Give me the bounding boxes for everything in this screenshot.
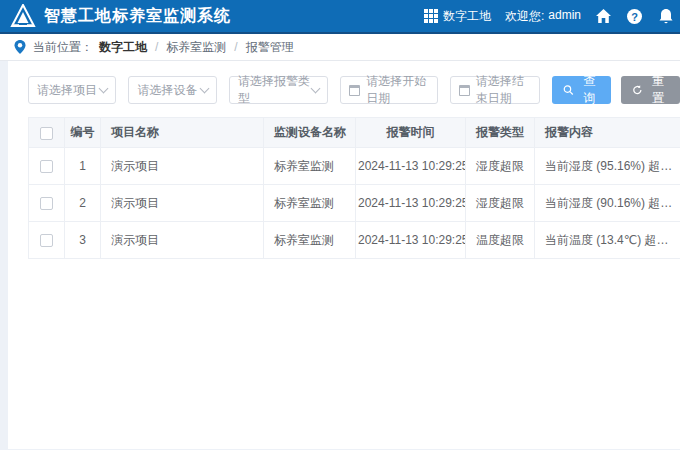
chevron-down-icon (99, 83, 109, 93)
cell-time: 2024-11-13 10:29:25 (356, 148, 466, 185)
end-date-input[interactable]: 请选择结束日期 (450, 76, 540, 104)
alarm-table: 编号 项目名称 监测设备名称 报警时间 报警类型 报警内容 1 演示项目 标养室… (28, 117, 680, 259)
col-header-project: 项目名称 (101, 118, 264, 148)
calendar-icon (349, 85, 360, 96)
username[interactable]: admin (548, 8, 581, 25)
cell-device: 标养室监测 (264, 148, 356, 185)
breadcrumb-separator: / (234, 40, 237, 54)
alarm-type-select[interactable]: 请选择报警类型 (229, 76, 328, 104)
portal-link[interactable]: 数字工地 (424, 8, 491, 25)
cell-project: 演示项目 (101, 222, 264, 259)
cell-no: 2 (65, 185, 101, 222)
calendar-icon (459, 85, 470, 96)
alarm-table-wrap: 编号 项目名称 监测设备名称 报警时间 报警类型 报警内容 1 演示项目 标养室… (28, 117, 680, 259)
welcome-label: 欢迎您: (505, 8, 544, 25)
breadcrumb-separator: / (155, 40, 158, 54)
breadcrumb-item-root[interactable]: 数字工地 (99, 39, 147, 56)
refresh-icon (632, 84, 643, 96)
cell-project: 演示项目 (101, 185, 264, 222)
query-button-label: 查询 (579, 73, 600, 107)
app-header: 智慧工地标养室监测系统 数字工地 欢迎您: admin ? (0, 0, 680, 34)
row-checkbox[interactable] (40, 234, 53, 247)
table-row[interactable]: 2 演示项目 标养室监测 2024-11-13 10:29:25 湿度超限 当前… (29, 185, 680, 222)
cell-project: 演示项目 (101, 148, 264, 185)
col-header-time: 报警时间 (356, 118, 466, 148)
app-title: 智慧工地标养室监测系统 (44, 6, 231, 27)
table-header-row: 编号 项目名称 监测设备名称 报警时间 报警类型 报警内容 (29, 118, 680, 148)
cell-content: 当前温度 (13.4℃) 超出控制值范围 (20... (535, 222, 680, 259)
bell-icon[interactable] (657, 8, 674, 25)
row-checkbox[interactable] (40, 197, 53, 210)
project-select[interactable]: 请选择项目 (28, 76, 116, 104)
reset-button[interactable]: 重置 (621, 76, 680, 104)
cell-device: 标养室监测 (264, 222, 356, 259)
welcome-text: 欢迎您: admin (505, 8, 581, 25)
reset-button-label: 重置 (648, 73, 669, 107)
alarm-type-select-placeholder: 请选择报警类型 (238, 73, 312, 107)
search-icon (563, 84, 574, 96)
col-header-no: 编号 (65, 118, 101, 148)
help-icon[interactable]: ? (626, 8, 643, 25)
cell-time: 2024-11-13 10:29:25 (356, 185, 466, 222)
location-pin-icon (13, 39, 27, 55)
question-glyph: ? (631, 10, 638, 22)
col-header-device: 监测设备名称 (264, 118, 356, 148)
breadcrumb-prefix: 当前位置： (33, 39, 93, 56)
main-panel: 请选择项目 请选择设备 请选择报警类型 请选择开始日期 请选择结束日期 查询 (8, 61, 680, 449)
col-header-type: 报警类型 (466, 118, 535, 148)
app-logo-icon (8, 2, 38, 30)
header-right: 数字工地 欢迎您: admin ? (424, 8, 674, 25)
cell-type: 湿度超限 (466, 185, 535, 222)
device-select[interactable]: 请选择设备 (128, 76, 216, 104)
cell-content: 当前湿度 (95.16%) 超出控制值范围 (9... (535, 148, 680, 185)
cell-device: 标养室监测 (264, 185, 356, 222)
breadcrumb: 当前位置： 数字工地 / 标养室监测 / 报警管理 (0, 34, 680, 61)
device-select-placeholder: 请选择设备 (137, 82, 197, 99)
select-all-checkbox[interactable] (40, 127, 53, 140)
filter-bar: 请选择项目 请选择设备 请选择报警类型 请选择开始日期 请选择结束日期 查询 (28, 76, 680, 104)
query-button[interactable]: 查询 (552, 76, 611, 104)
portal-label: 数字工地 (443, 8, 491, 25)
chevron-down-icon (311, 83, 321, 93)
project-select-placeholder: 请选择项目 (37, 82, 97, 99)
start-date-placeholder: 请选择开始日期 (366, 73, 428, 107)
grid-icon (424, 9, 438, 23)
table-row[interactable]: 3 演示项目 标养室监测 2024-11-13 10:29:25 温度超限 当前… (29, 222, 680, 259)
table-row[interactable]: 1 演示项目 标养室监测 2024-11-13 10:29:25 湿度超限 当前… (29, 148, 680, 185)
cell-type: 湿度超限 (466, 148, 535, 185)
col-header-content: 报警内容 (535, 118, 680, 148)
breadcrumb-item-module[interactable]: 标养室监测 (166, 39, 226, 56)
cell-time: 2024-11-13 10:29:25 (356, 222, 466, 259)
end-date-placeholder: 请选择结束日期 (476, 73, 531, 107)
cell-content: 当前湿度 (90.16%) 超出控制值范围 (9... (535, 185, 680, 222)
start-date-input[interactable]: 请选择开始日期 (340, 76, 437, 104)
chevron-down-icon (199, 83, 209, 93)
breadcrumb-item-page[interactable]: 报警管理 (246, 39, 294, 56)
cell-no: 3 (65, 222, 101, 259)
cell-type: 温度超限 (466, 222, 535, 259)
cell-no: 1 (65, 148, 101, 185)
row-checkbox[interactable] (40, 160, 53, 173)
home-icon[interactable] (595, 8, 612, 25)
